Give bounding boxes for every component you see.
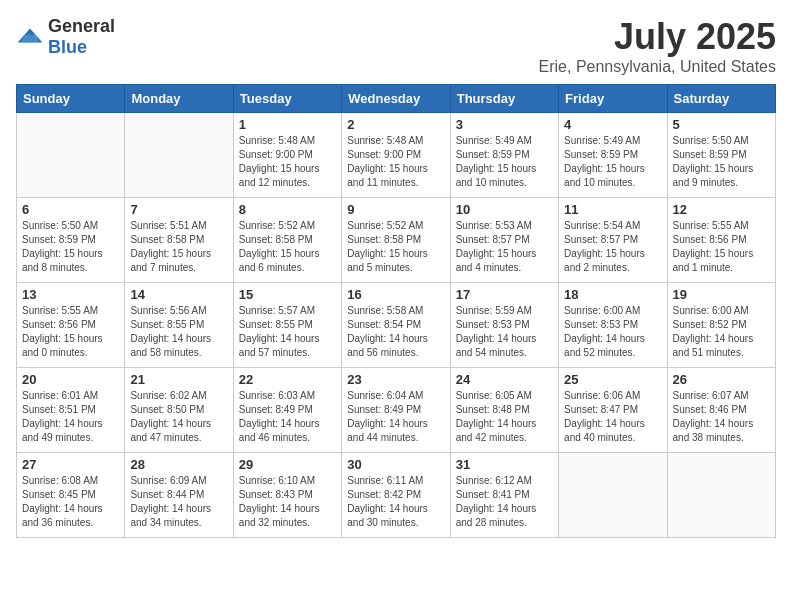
day-number: 20 (22, 372, 119, 387)
calendar-cell: 8Sunrise: 5:52 AMSunset: 8:58 PMDaylight… (233, 198, 341, 283)
calendar-cell: 30Sunrise: 6:11 AMSunset: 8:42 PMDayligh… (342, 453, 450, 538)
day-number: 17 (456, 287, 553, 302)
day-info: Sunrise: 5:58 AMSunset: 8:54 PMDaylight:… (347, 304, 444, 360)
day-info: Sunrise: 5:59 AMSunset: 8:53 PMDaylight:… (456, 304, 553, 360)
calendar-cell: 22Sunrise: 6:03 AMSunset: 8:49 PMDayligh… (233, 368, 341, 453)
day-info: Sunrise: 5:49 AMSunset: 8:59 PMDaylight:… (564, 134, 661, 190)
day-number: 1 (239, 117, 336, 132)
day-info: Sunrise: 5:55 AMSunset: 8:56 PMDaylight:… (22, 304, 119, 360)
day-number: 6 (22, 202, 119, 217)
day-number: 22 (239, 372, 336, 387)
calendar-cell: 17Sunrise: 5:59 AMSunset: 8:53 PMDayligh… (450, 283, 558, 368)
day-info: Sunrise: 6:06 AMSunset: 8:47 PMDaylight:… (564, 389, 661, 445)
weekday-header-saturday: Saturday (667, 85, 775, 113)
day-info: Sunrise: 6:00 AMSunset: 8:52 PMDaylight:… (673, 304, 770, 360)
logo-icon (16, 27, 44, 47)
calendar-cell: 20Sunrise: 6:01 AMSunset: 8:51 PMDayligh… (17, 368, 125, 453)
day-info: Sunrise: 5:57 AMSunset: 8:55 PMDaylight:… (239, 304, 336, 360)
calendar-table: SundayMondayTuesdayWednesdayThursdayFrid… (16, 84, 776, 538)
logo-text: General Blue (48, 16, 115, 58)
day-number: 31 (456, 457, 553, 472)
day-number: 12 (673, 202, 770, 217)
day-info: Sunrise: 6:01 AMSunset: 8:51 PMDaylight:… (22, 389, 119, 445)
day-number: 13 (22, 287, 119, 302)
day-info: Sunrise: 6:10 AMSunset: 8:43 PMDaylight:… (239, 474, 336, 530)
calendar-cell: 9Sunrise: 5:52 AMSunset: 8:58 PMDaylight… (342, 198, 450, 283)
calendar-cell: 21Sunrise: 6:02 AMSunset: 8:50 PMDayligh… (125, 368, 233, 453)
day-info: Sunrise: 6:02 AMSunset: 8:50 PMDaylight:… (130, 389, 227, 445)
week-row-4: 20Sunrise: 6:01 AMSunset: 8:51 PMDayligh… (17, 368, 776, 453)
week-row-3: 13Sunrise: 5:55 AMSunset: 8:56 PMDayligh… (17, 283, 776, 368)
day-number: 9 (347, 202, 444, 217)
calendar-cell: 3Sunrise: 5:49 AMSunset: 8:59 PMDaylight… (450, 113, 558, 198)
day-number: 10 (456, 202, 553, 217)
day-number: 26 (673, 372, 770, 387)
calendar-cell: 25Sunrise: 6:06 AMSunset: 8:47 PMDayligh… (559, 368, 667, 453)
day-info: Sunrise: 5:54 AMSunset: 8:57 PMDaylight:… (564, 219, 661, 275)
day-info: Sunrise: 5:48 AMSunset: 9:00 PMDaylight:… (347, 134, 444, 190)
day-number: 7 (130, 202, 227, 217)
main-title: July 2025 (539, 16, 776, 58)
day-number: 11 (564, 202, 661, 217)
day-number: 30 (347, 457, 444, 472)
subtitle: Erie, Pennsylvania, United States (539, 58, 776, 76)
calendar-cell (667, 453, 775, 538)
week-row-1: 1Sunrise: 5:48 AMSunset: 9:00 PMDaylight… (17, 113, 776, 198)
day-number: 27 (22, 457, 119, 472)
calendar-cell: 2Sunrise: 5:48 AMSunset: 9:00 PMDaylight… (342, 113, 450, 198)
day-info: Sunrise: 6:04 AMSunset: 8:49 PMDaylight:… (347, 389, 444, 445)
calendar-cell (559, 453, 667, 538)
day-info: Sunrise: 5:52 AMSunset: 8:58 PMDaylight:… (347, 219, 444, 275)
day-info: Sunrise: 6:03 AMSunset: 8:49 PMDaylight:… (239, 389, 336, 445)
weekday-header-tuesday: Tuesday (233, 85, 341, 113)
day-info: Sunrise: 6:07 AMSunset: 8:46 PMDaylight:… (673, 389, 770, 445)
week-row-5: 27Sunrise: 6:08 AMSunset: 8:45 PMDayligh… (17, 453, 776, 538)
day-info: Sunrise: 5:56 AMSunset: 8:55 PMDaylight:… (130, 304, 227, 360)
weekday-header-sunday: Sunday (17, 85, 125, 113)
day-number: 5 (673, 117, 770, 132)
calendar-cell: 4Sunrise: 5:49 AMSunset: 8:59 PMDaylight… (559, 113, 667, 198)
logo-general: General (48, 16, 115, 36)
calendar-cell: 7Sunrise: 5:51 AMSunset: 8:58 PMDaylight… (125, 198, 233, 283)
calendar-cell: 19Sunrise: 6:00 AMSunset: 8:52 PMDayligh… (667, 283, 775, 368)
day-info: Sunrise: 6:09 AMSunset: 8:44 PMDaylight:… (130, 474, 227, 530)
day-number: 16 (347, 287, 444, 302)
logo-blue: Blue (48, 37, 87, 57)
day-number: 29 (239, 457, 336, 472)
calendar-cell: 18Sunrise: 6:00 AMSunset: 8:53 PMDayligh… (559, 283, 667, 368)
day-info: Sunrise: 6:08 AMSunset: 8:45 PMDaylight:… (22, 474, 119, 530)
calendar-cell: 1Sunrise: 5:48 AMSunset: 9:00 PMDaylight… (233, 113, 341, 198)
day-number: 28 (130, 457, 227, 472)
calendar-cell: 27Sunrise: 6:08 AMSunset: 8:45 PMDayligh… (17, 453, 125, 538)
weekday-header-monday: Monday (125, 85, 233, 113)
calendar-cell: 14Sunrise: 5:56 AMSunset: 8:55 PMDayligh… (125, 283, 233, 368)
day-info: Sunrise: 5:50 AMSunset: 8:59 PMDaylight:… (22, 219, 119, 275)
day-number: 2 (347, 117, 444, 132)
calendar-cell: 29Sunrise: 6:10 AMSunset: 8:43 PMDayligh… (233, 453, 341, 538)
day-info: Sunrise: 6:12 AMSunset: 8:41 PMDaylight:… (456, 474, 553, 530)
calendar-cell: 5Sunrise: 5:50 AMSunset: 8:59 PMDaylight… (667, 113, 775, 198)
calendar-cell: 6Sunrise: 5:50 AMSunset: 8:59 PMDaylight… (17, 198, 125, 283)
calendar-cell (125, 113, 233, 198)
day-number: 24 (456, 372, 553, 387)
day-info: Sunrise: 6:05 AMSunset: 8:48 PMDaylight:… (456, 389, 553, 445)
page-header: General Blue July 2025 Erie, Pennsylvani… (16, 16, 776, 76)
day-info: Sunrise: 5:48 AMSunset: 9:00 PMDaylight:… (239, 134, 336, 190)
day-number: 21 (130, 372, 227, 387)
day-number: 15 (239, 287, 336, 302)
calendar-cell: 11Sunrise: 5:54 AMSunset: 8:57 PMDayligh… (559, 198, 667, 283)
calendar-cell: 24Sunrise: 6:05 AMSunset: 8:48 PMDayligh… (450, 368, 558, 453)
calendar-cell: 13Sunrise: 5:55 AMSunset: 8:56 PMDayligh… (17, 283, 125, 368)
weekday-header-friday: Friday (559, 85, 667, 113)
logo: General Blue (16, 16, 115, 58)
calendar-cell: 15Sunrise: 5:57 AMSunset: 8:55 PMDayligh… (233, 283, 341, 368)
day-info: Sunrise: 6:11 AMSunset: 8:42 PMDaylight:… (347, 474, 444, 530)
calendar-cell: 31Sunrise: 6:12 AMSunset: 8:41 PMDayligh… (450, 453, 558, 538)
calendar-cell: 28Sunrise: 6:09 AMSunset: 8:44 PMDayligh… (125, 453, 233, 538)
day-info: Sunrise: 5:49 AMSunset: 8:59 PMDaylight:… (456, 134, 553, 190)
day-number: 4 (564, 117, 661, 132)
calendar-cell (17, 113, 125, 198)
calendar-cell: 12Sunrise: 5:55 AMSunset: 8:56 PMDayligh… (667, 198, 775, 283)
day-number: 18 (564, 287, 661, 302)
calendar-cell: 10Sunrise: 5:53 AMSunset: 8:57 PMDayligh… (450, 198, 558, 283)
